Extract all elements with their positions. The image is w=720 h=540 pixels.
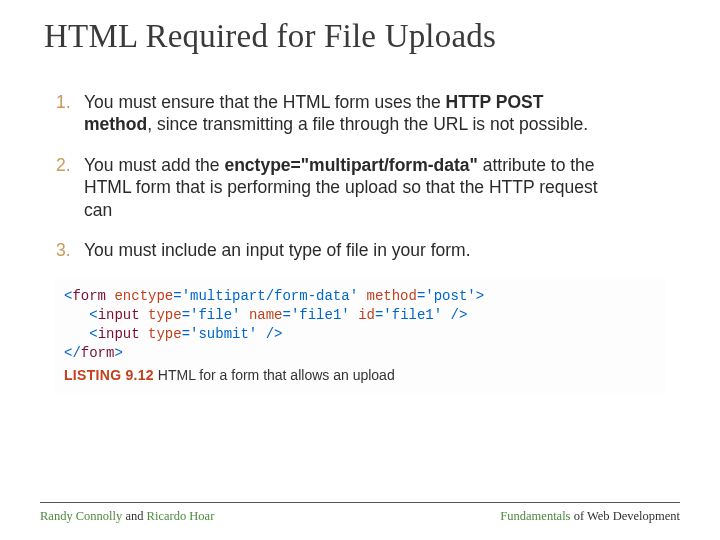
listing-caption: LISTING 9.12 HTML for a form that allows…	[64, 367, 656, 383]
footer-left: Randy Connolly and Ricardo Hoar	[40, 509, 214, 524]
code-space	[350, 307, 358, 323]
point-3-text: You must include an input type of file i…	[84, 240, 471, 260]
listing-number: LISTING 9.12	[64, 367, 154, 383]
code-space	[240, 307, 248, 323]
code-val-type-file: 'file'	[190, 307, 240, 323]
code-attr-type: type	[148, 326, 182, 342]
code-indent	[64, 326, 89, 342]
point-2-bold: enctype="multipart/form-data"	[224, 155, 477, 175]
footer-and: and	[122, 509, 146, 523]
points-list: You must ensure that the HTML form uses …	[54, 91, 666, 261]
code-eq: =	[182, 326, 190, 342]
code-tag-input: input	[98, 307, 140, 323]
code-delim: >	[476, 288, 484, 304]
code-eq: =	[182, 307, 190, 323]
code-indent	[64, 307, 89, 323]
point-1: You must ensure that the HTML form uses …	[84, 91, 666, 136]
code-tag-form-close: form	[81, 345, 115, 361]
footer-right: Fundamentals of Web Development	[500, 509, 680, 524]
code-val-enctype: 'multipart/form-data'	[182, 288, 358, 304]
footer-author-2: Ricardo Hoar	[147, 509, 215, 523]
code-delim: <	[89, 326, 97, 342]
code-val-id: 'file1'	[383, 307, 442, 323]
code-space	[140, 326, 148, 342]
code-val-type-submit: 'submit'	[190, 326, 257, 342]
code-val-method: 'post'	[425, 288, 475, 304]
point-2-text-a: You must add the	[84, 155, 224, 175]
code-block: <form enctype='multipart/form-data' meth…	[64, 287, 656, 363]
code-delim: />	[257, 326, 282, 342]
footer-author-1: Randy Connolly	[40, 509, 122, 523]
code-tag-input: input	[98, 326, 140, 342]
code-delim: >	[114, 345, 122, 361]
code-attr-type: type	[148, 307, 182, 323]
point-1-text-a: You must ensure that the HTML form uses …	[84, 92, 446, 112]
point-3: You must include an input type of file i…	[84, 239, 666, 261]
code-space	[140, 307, 148, 323]
point-1-text-c: , since transmitting a file through the …	[147, 114, 588, 134]
code-delim: </	[64, 345, 81, 361]
code-eq: =	[173, 288, 181, 304]
code-attr-name: name	[249, 307, 283, 323]
code-val-name: 'file1'	[291, 307, 350, 323]
slide-footer: Randy Connolly and Ricardo Hoar Fundamen…	[40, 502, 680, 524]
code-delim: <	[89, 307, 97, 323]
listing-desc: HTML for a form that allows an upload	[154, 367, 395, 383]
footer-book-b: of Web Development	[571, 509, 681, 523]
slide-title: HTML Required for File Uploads	[44, 18, 666, 55]
code-attr-id: id	[358, 307, 375, 323]
code-attr-method: method	[366, 288, 416, 304]
code-delim: />	[442, 307, 467, 323]
point-2: You must add the enctype="multipart/form…	[84, 154, 666, 221]
code-eq: =	[283, 307, 291, 323]
code-attr-enctype: enctype	[114, 288, 173, 304]
code-tag-form: form	[72, 288, 106, 304]
code-listing-box: <form enctype='multipart/form-data' meth…	[54, 279, 666, 393]
footer-book-a: Fundamentals	[500, 509, 570, 523]
